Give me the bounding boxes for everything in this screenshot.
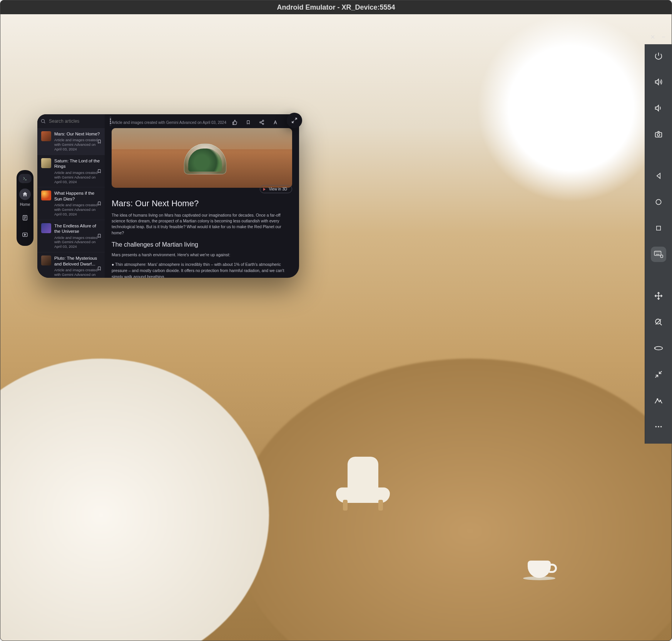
article-title: Mars: Our Next Home? (112, 199, 292, 209)
home-icon[interactable] (651, 194, 666, 210)
list-item[interactable]: What Happens if the Sun Dies? Article an… (37, 187, 105, 220)
view-3d-button[interactable]: View in 3D (260, 185, 292, 193)
env-cup (528, 561, 551, 578)
keyboard-input-icon[interactable] (651, 247, 666, 262)
list-item-title: Saturn: The Lord of the Rings (54, 158, 101, 169)
share-icon[interactable] (259, 120, 264, 125)
list-item[interactable]: Mars: Our Next Home? Article and images … (37, 128, 105, 155)
svg-rect-29 (656, 226, 660, 230)
app-dock: Home (17, 170, 33, 246)
minimize-icon[interactable] (661, 33, 666, 41)
svg-point-7 (41, 119, 44, 122)
article-thumb (41, 131, 51, 141)
article-thumb (41, 158, 51, 168)
emulator-toolbar (645, 44, 672, 444)
power-icon[interactable] (651, 48, 666, 63)
stage: Home (0, 14, 672, 641)
article-thumb (41, 223, 51, 233)
list-item-meta: Article and images created with Gemini A… (54, 138, 101, 152)
svg-point-45 (660, 400, 660, 401)
svg-point-28 (656, 199, 661, 204)
svg-point-46 (655, 426, 657, 427)
dock-video-icon[interactable] (19, 229, 31, 240)
reader-meta: Article and images created with Gemini A… (112, 120, 226, 125)
section-heading: The challenges of Martian living (112, 241, 292, 248)
svg-point-44 (657, 399, 658, 399)
list-item-meta: Article and images created with Gemini A… (54, 235, 101, 249)
dock-home-label: Home (20, 202, 30, 207)
text-size-icon[interactable] (273, 120, 278, 125)
screenshot-icon[interactable] (651, 127, 666, 142)
svg-line-42 (655, 375, 657, 377)
list-item-meta: Article and images created with Gemini A… (54, 170, 101, 184)
dock-article-icon[interactable] (19, 212, 31, 224)
bookmark-icon[interactable] (97, 169, 102, 174)
article-list-pane: Mars: Our Next Home? Article and images … (37, 114, 105, 278)
zoom-disabled-icon[interactable] (651, 314, 666, 330)
reader-toolbar: Article and images created with Gemini A… (112, 120, 292, 125)
svg-point-13 (260, 122, 261, 123)
svg-point-41 (654, 347, 662, 350)
svg-rect-25 (655, 132, 662, 137)
article-lead: The idea of humans living on Mars has ca… (112, 212, 292, 236)
volume-up-icon[interactable] (651, 74, 666, 90)
dock-terminal-icon[interactable] (18, 174, 32, 183)
emulator-window-controls (645, 28, 672, 46)
svg-marker-6 (25, 234, 26, 235)
back-icon[interactable] (651, 168, 666, 184)
svg-point-12 (262, 120, 264, 122)
article-thumb (41, 255, 51, 265)
bookmark-icon[interactable] (97, 266, 102, 271)
svg-point-48 (660, 426, 662, 427)
svg-rect-30 (654, 251, 661, 255)
list-item[interactable]: Pluto: The Mysterious and Beloved Dwarf.… (37, 252, 105, 278)
article-body: Mars presents a harsh environment. Here'… (112, 252, 292, 258)
list-item-title: What Happens if the Sun Dies? (54, 190, 101, 202)
list-item[interactable]: Saturn: The Lord of the Rings Article an… (37, 155, 105, 187)
more-icon[interactable] (651, 419, 666, 434)
svg-marker-23 (655, 79, 658, 85)
rotate-icon[interactable] (651, 341, 666, 356)
svg-point-14 (262, 123, 264, 125)
article-list: Mars: Our Next Home? Article and images … (37, 128, 105, 278)
hero-image (112, 128, 292, 188)
svg-marker-24 (655, 105, 658, 111)
bookmark-icon[interactable] (246, 120, 251, 125)
overview-icon[interactable] (651, 220, 666, 236)
list-item-title: Mars: Our Next Home? (54, 131, 101, 137)
list-item[interactable]: The Endless Allure of the Universe Artic… (37, 220, 105, 252)
like-icon[interactable] (232, 120, 237, 125)
close-icon[interactable] (650, 33, 655, 41)
svg-line-16 (261, 123, 262, 124)
svg-line-19 (292, 121, 294, 123)
svg-line-18 (295, 118, 297, 120)
list-item-meta: Article and images created with Gemini A… (54, 268, 101, 278)
article-thumb (41, 190, 51, 200)
volume-down-icon[interactable] (651, 100, 666, 116)
svg-point-47 (658, 426, 659, 427)
move-icon[interactable] (651, 288, 666, 304)
svg-line-15 (261, 121, 262, 122)
svg-line-43 (659, 371, 661, 374)
article-reader: Article and images created with Gemini A… (105, 114, 299, 278)
dock-home-button[interactable] (19, 189, 31, 200)
collapse-icon[interactable] (651, 367, 666, 382)
bookmark-icon[interactable] (97, 233, 102, 239)
window-title: Android Emulator - XR_Device:5554 (277, 3, 395, 12)
search-bar (37, 114, 105, 128)
mountain-icon[interactable] (651, 393, 666, 408)
bookmark-icon[interactable] (97, 201, 102, 206)
articles-panel: Mars: Our Next Home? Article and images … (37, 114, 299, 278)
list-item-meta: Article and images created with Gemini A… (54, 203, 101, 217)
svg-point-38 (655, 319, 660, 324)
list-item-title: Pluto: The Mysterious and Beloved Dwarf.… (54, 255, 101, 267)
svg-line-8 (44, 122, 45, 124)
list-item-title: The Endless Allure of the Universe (54, 223, 101, 234)
search-input[interactable] (49, 119, 107, 124)
search-icon (40, 119, 46, 124)
env-chair (336, 461, 390, 503)
bookmark-icon[interactable] (97, 139, 102, 144)
xr-environment (0, 14, 672, 641)
article-bullet: ● Thin atmosphere: Mars' atmosphere is i… (112, 262, 292, 278)
title-bar: Android Emulator - XR_Device:5554 (0, 0, 672, 14)
